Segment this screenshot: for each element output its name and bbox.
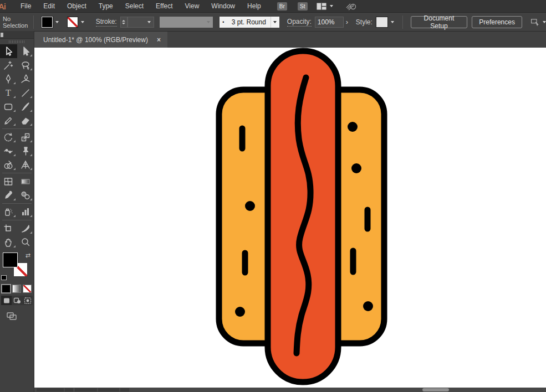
status-bar-segment[interactable] [75,388,97,391]
preferences-button[interactable]: Preferences [472,16,522,28]
magic-wand-tool-button[interactable] [0,58,17,72]
gpu-performance-icon[interactable] [345,2,356,11]
status-bar-segment[interactable] [37,388,64,391]
pen-tool-button[interactable] [0,72,17,86]
swap-fill-stroke-icon[interactable]: ⇄ [25,252,30,259]
selection-tool-button[interactable] [0,44,17,58]
hand-tool-button[interactable] [0,235,17,249]
line-segment-tool-icon [20,87,31,99]
tools-panel-grip[interactable] [0,39,34,44]
stroke-weight-label[interactable]: Stroke: [96,18,117,27]
style-chevron-icon[interactable] [388,17,397,28]
rectangle-tool-icon [3,101,14,112]
stroke-color-control[interactable] [67,17,87,28]
symbol-sprayer-tool-button[interactable] [0,205,17,219]
type-tool-icon: T [3,87,14,99]
document-tab[interactable]: Untitled-1* @ 100% (RGB/Preview) × [34,32,167,48]
gradient-button[interactable] [12,285,21,293]
column-graph-tool-button[interactable] [17,205,34,219]
stroke-weight-chevron-icon[interactable] [145,17,154,28]
rectangle-tool-button[interactable] [0,100,17,114]
menu-file[interactable]: File [14,2,37,10]
fill-color-control[interactable] [42,17,62,28]
puppet-warp-tool-button[interactable] [17,144,34,158]
puppet-warp-pin-icon [20,146,31,157]
stroke-weight-combo[interactable] [127,17,154,28]
line-segment-tool-button[interactable] [17,86,34,100]
artboard-tool-button[interactable] [0,221,17,235]
type-tool-button[interactable]: T [0,86,17,100]
isolate-chevron-icon[interactable] [543,21,546,23]
tools-panel-header[interactable] [0,31,34,39]
artboard-canvas[interactable] [34,48,546,388]
brush-definition-combo[interactable]: • 3 pt. Round [220,17,279,28]
width-tool-icon [3,146,14,157]
shape-builder-tool-button[interactable] [0,158,17,172]
color-button[interactable] [2,285,11,293]
workspace-switcher-icon[interactable] [317,3,326,10]
blend-tool-icon [20,190,31,201]
color-mode-buttons [0,282,34,294]
gradient-tool-button[interactable] [17,174,34,188]
style-control[interactable] [376,17,397,28]
blend-tool-button[interactable] [17,188,34,202]
illustrator-window: Ai File Edit Object Type Select Effect V… [0,0,546,392]
perspective-grid-tool-button[interactable] [17,158,34,172]
brush-chevron-icon[interactable] [271,17,279,28]
opacity-label[interactable]: Opacity: [287,18,312,27]
opacity-input[interactable] [315,17,344,28]
menu-select[interactable]: Select [119,2,150,10]
document-area: Untitled-1* @ 100% (RGB/Preview) × [34,31,546,392]
draw-behind-button[interactable] [12,296,22,305]
curvature-tool-button[interactable] [17,72,34,86]
bridge-button[interactable]: Br [277,2,287,11]
stroke-color-swatch[interactable] [67,17,78,28]
direct-selection-tool-button[interactable] [17,44,34,58]
scale-tool-button[interactable] [17,130,34,144]
eyedropper-tool-button[interactable] [0,188,17,202]
fill-proxy-swatch[interactable] [3,252,18,267]
change-screen-mode-button[interactable] [7,312,34,322]
shaper-pencil-tool-button[interactable] [0,114,17,127]
status-bar-segment[interactable] [120,388,129,391]
pen-tool-icon [3,74,14,85]
document-setup-button[interactable]: Document Setup [411,16,468,28]
eraser-tool-button[interactable] [17,114,34,127]
none-button[interactable] [23,285,32,293]
hot-dog-illustration[interactable] [34,48,546,388]
control-bar: No Selection Stroke: • 3 pt. Round Opaci… [0,12,546,31]
draw-inside-button[interactable] [22,296,33,305]
stroke-weight-stepper[interactable] [120,17,127,28]
stock-button[interactable]: St [298,2,308,11]
tools-panel: T [0,31,34,392]
lasso-tool-button[interactable] [17,58,34,72]
draw-normal-button[interactable] [1,296,12,305]
stroke-chevron-icon[interactable] [78,17,87,28]
tab-close-icon[interactable]: × [157,36,161,44]
isolate-selection-icon[interactable] [530,18,539,27]
status-bar-segment[interactable] [98,388,119,391]
paintbrush-tool-button[interactable] [17,100,34,114]
status-bar-segment[interactable] [65,388,73,391]
horizontal-scrollbar-thumb[interactable] [422,388,449,391]
menu-object[interactable]: Object [61,2,93,10]
fill-color-swatch[interactable] [42,17,53,28]
slice-knife-tool-icon [20,223,31,234]
slice-tool-button[interactable] [17,221,34,235]
workspace-chevron-icon[interactable] [330,5,333,7]
width-tool-button[interactable] [0,144,17,158]
menu-effect[interactable]: Effect [150,2,178,10]
menu-help[interactable]: Help [241,2,267,10]
menu-type[interactable]: Type [93,2,119,10]
style-swatch[interactable] [376,17,388,28]
fill-chevron-icon[interactable] [53,17,62,28]
menu-edit[interactable]: Edit [37,2,61,10]
opacity-arrow-button[interactable]: › [344,17,350,28]
rotate-tool-button[interactable] [0,130,17,144]
zoom-tool-button[interactable] [17,235,34,249]
mesh-tool-button[interactable] [0,174,17,188]
menu-view[interactable]: View [179,2,206,10]
menu-window[interactable]: Window [205,2,241,10]
separator [33,16,34,29]
default-fill-stroke-icon[interactable] [1,275,7,280]
